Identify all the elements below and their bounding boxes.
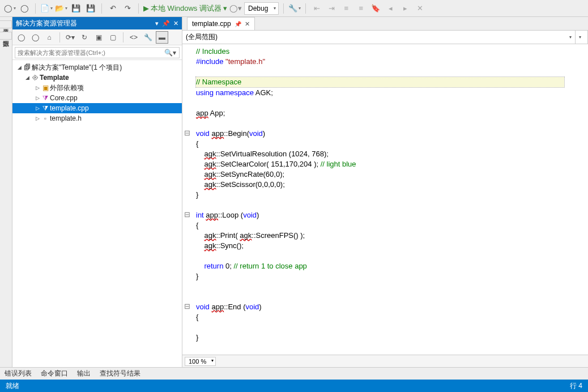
code-editor[interactable]: ⊟⊟⊟ // Includes#include "template.h" // … bbox=[182, 44, 588, 355]
search-input[interactable] bbox=[15, 47, 180, 58]
comment-button[interactable]: ≡ bbox=[355, 2, 367, 15]
save-all-button[interactable]: 💾 bbox=[84, 2, 97, 15]
bottom-dock-tabs: 错误列表 命令窗口 输出 查找符号结果 bbox=[0, 367, 588, 380]
panel-toolbar: ◯ ◯ ⌂ ⟳▾ ↻ ▣ ▢ <> 🔧 ▬ bbox=[12, 29, 182, 45]
indent-out-button[interactable]: ⇤ bbox=[310, 2, 323, 15]
toolbox-tab[interactable]: 工具箱 bbox=[0, 20, 12, 28]
separator bbox=[59, 32, 60, 42]
pin-icon[interactable]: 📌 bbox=[235, 21, 241, 27]
panel-close-icon[interactable]: ✕ bbox=[173, 20, 178, 27]
tab-template-cpp[interactable]: template.cpp 📌 ✕ bbox=[187, 17, 255, 30]
separator bbox=[101, 3, 102, 14]
home-icon[interactable]: ⌂ bbox=[43, 31, 56, 44]
showall-icon[interactable]: ▢ bbox=[106, 31, 119, 44]
editor-area: template.cpp 📌 ✕ (全局范围) ⊟⊟⊟ // Includes#… bbox=[182, 17, 588, 367]
back-icon[interactable]: ◯ bbox=[15, 31, 27, 44]
close-tab-icon[interactable]: ✕ bbox=[245, 20, 250, 28]
clear-bookmarks-button[interactable]: ✕ bbox=[414, 2, 426, 15]
search-icon[interactable]: 🔍▾ bbox=[164, 49, 176, 57]
indent-in-button[interactable]: ⇥ bbox=[325, 2, 338, 15]
config-select[interactable]: Debug bbox=[244, 2, 279, 15]
status-left: 就绪 bbox=[6, 381, 19, 391]
fwd-icon[interactable]: ◯ bbox=[29, 31, 41, 44]
zoom-bar: 100 % bbox=[182, 355, 588, 367]
outline-gutter[interactable]: ⊟⊟⊟ bbox=[182, 44, 191, 355]
panel-search: 🔍▾ bbox=[12, 45, 182, 60]
nav-back-button[interactable]: ◯ bbox=[3, 2, 16, 15]
separator bbox=[138, 3, 139, 14]
run-label: 本地 Windows 调试器 bbox=[151, 3, 221, 14]
format-button[interactable]: ≡ bbox=[340, 2, 352, 15]
collapse-icon[interactable]: ▣ bbox=[92, 31, 105, 44]
panel-pin-icon[interactable]: 📌 bbox=[162, 20, 170, 27]
properties-icon[interactable]: 🔧 bbox=[142, 31, 154, 44]
prev-bookmark-button[interactable]: ◂ bbox=[384, 2, 397, 15]
separator bbox=[305, 3, 306, 14]
main-toolbar: ◯ ◯ 📄 📂 💾 💾 ↶ ↷ ▶ 本地 Windows 调试器 ▾ ◯▾ De… bbox=[0, 0, 588, 17]
solution-node[interactable]: ◢🗐解决方案"Template"(1 个项目) bbox=[12, 62, 182, 73]
status-bar: 就绪 行 4 bbox=[0, 380, 588, 392]
open-button[interactable]: 📂 bbox=[55, 2, 67, 15]
scope-member-select[interactable] bbox=[576, 31, 588, 44]
tree-item-external[interactable]: ▷▣外部依赖项 bbox=[12, 83, 182, 93]
panel-menu-icon[interactable]: ▾ bbox=[155, 20, 159, 27]
separator bbox=[283, 3, 284, 14]
zoom-select[interactable]: 100 % bbox=[185, 357, 216, 366]
separator bbox=[123, 32, 123, 42]
preview-icon[interactable]: ▬ bbox=[156, 31, 168, 44]
tree-item-core[interactable]: ▷⧩Core.cpp bbox=[12, 93, 182, 103]
next-bookmark-button[interactable]: ▸ bbox=[399, 2, 411, 15]
nav-fwd-button[interactable]: ◯ bbox=[18, 2, 31, 15]
code-text[interactable]: // Includes#include "template.h" // Name… bbox=[191, 44, 588, 355]
undo-button[interactable]: ↶ bbox=[106, 2, 119, 15]
viewcode-icon[interactable]: <> bbox=[127, 31, 140, 44]
panel-title-text: 解决方案资源管理器 bbox=[16, 19, 77, 28]
main-area: 工具箱 数据源 解决方案资源管理器 ▾ 📌 ✕ ◯ ◯ ⌂ ⟳▾ ↻ ▣ ▢ <… bbox=[0, 17, 588, 367]
redo-button[interactable]: ↷ bbox=[121, 2, 134, 15]
tab-output[interactable]: 输出 bbox=[77, 369, 91, 378]
datasources-tab[interactable]: 数据源 bbox=[0, 32, 12, 40]
tab-findsymbol[interactable]: 查找符号结果 bbox=[100, 369, 140, 378]
tab-label: template.cpp bbox=[192, 20, 231, 28]
tree-item-template-h[interactable]: ▷▫template.h bbox=[12, 113, 182, 123]
solution-explorer-panel: 解决方案资源管理器 ▾ 📌 ✕ ◯ ◯ ⌂ ⟳▾ ↻ ▣ ▢ <> 🔧 ▬ 🔍▾ bbox=[12, 17, 182, 367]
separator bbox=[35, 3, 36, 14]
tool-button[interactable]: 🔧 bbox=[288, 2, 301, 15]
document-tabs: template.cpp 📌 ✕ bbox=[182, 17, 588, 31]
sync-icon[interactable]: ⟳▾ bbox=[64, 31, 76, 44]
tab-command[interactable]: 命令窗口 bbox=[41, 369, 68, 378]
bookmark-button[interactable]: 🔖 bbox=[369, 2, 382, 15]
scope-global-select[interactable]: (全局范围) bbox=[182, 31, 576, 44]
refresh-icon[interactable]: ↻ bbox=[78, 31, 91, 44]
new-file-button[interactable]: 📄 bbox=[40, 2, 53, 15]
tab-errorlist[interactable]: 错误列表 bbox=[5, 369, 32, 378]
run-settings-button[interactable]: ◯▾ bbox=[229, 2, 242, 15]
left-dock-tabs: 工具箱 数据源 bbox=[0, 17, 12, 367]
save-button[interactable]: 💾 bbox=[70, 2, 82, 15]
status-right: 行 4 bbox=[570, 381, 582, 391]
solution-tree: ◢🗐解决方案"Template"(1 个项目) ◢🞜Template ▷▣外部依… bbox=[12, 60, 182, 367]
run-debug-button[interactable]: ▶ 本地 Windows 调试器 ▾ bbox=[143, 3, 227, 14]
project-node[interactable]: ◢🞜Template bbox=[12, 73, 182, 83]
scope-bar: (全局范围) bbox=[182, 31, 588, 44]
panel-titlebar: 解决方案资源管理器 ▾ 📌 ✕ bbox=[12, 17, 182, 29]
tree-item-template-cpp[interactable]: ▷⧩template.cpp bbox=[12, 103, 182, 113]
